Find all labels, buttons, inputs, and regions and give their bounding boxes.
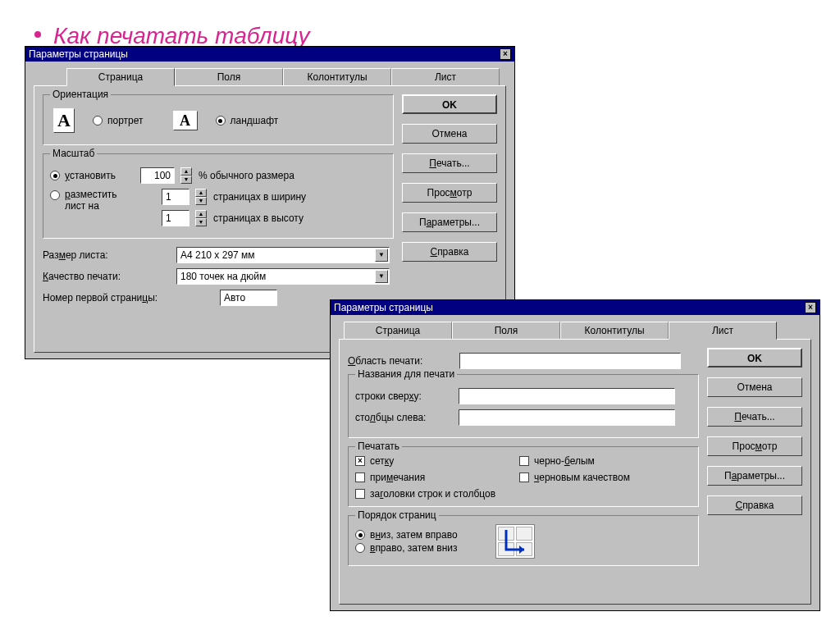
page-order-legend: Порядок страниц [355,509,439,521]
print-area-input[interactable] [459,353,681,369]
radio-scale-set[interactable]: уустановитьстановить [50,170,116,181]
tab-page[interactable]: Страница [66,68,175,86]
radio-order-down[interactable]: вниз, затем вправо [355,529,458,541]
check-bw[interactable]: черно-белым [519,455,665,467]
help-button[interactable]: Справка [707,495,802,515]
dialog-title: Параметры страницы [334,300,433,315]
titlebar[interactable]: Параметры страницы × [331,300,819,315]
landscape-icon: A [173,111,198,130]
options-button[interactable]: Параметры... [707,466,802,486]
cols-left-input[interactable] [459,409,675,426]
scale-group: Масштаб уустановитьстановить 100▲▼ % обы… [43,153,394,239]
titlebar[interactable]: Параметры страницы × [25,47,514,62]
print-button[interactable]: Печать... [402,153,497,173]
check-gridlines[interactable]: сетку [355,455,501,467]
preview-button[interactable]: Просмотр [402,183,497,203]
chevron-down-icon: ▼ [375,270,388,283]
radio-scale-fit[interactable]: разместитьлист на [50,189,137,212]
tab-margins[interactable]: Поля [175,68,283,86]
fit-tall-spinner[interactable]: ▲▼ [195,210,207,226]
orientation-group: Ориентация A портрет A ландшафт [43,94,394,145]
options-button[interactable]: Параметры... [402,212,497,232]
portrait-icon: A [53,108,75,133]
print-button[interactable]: Печать... [707,407,802,427]
print-options-group: Печатать сетку черно-белым примечания че… [348,446,699,507]
print-options-legend: Печатать [355,441,402,452]
tab-headers[interactable]: Колонтитулы [560,322,669,340]
print-quality-label: Качество печати: [43,271,170,282]
tabs: Страница Поля Колонтитулы Лист [344,322,811,340]
fit-wide-suffix: страницах в ширину [213,191,306,203]
close-icon[interactable]: × [805,302,816,313]
radio-portrait[interactable]: портрет [93,115,144,126]
scale-percent-spinner[interactable]: ▲▼ [180,167,192,184]
fit-wide-spinner[interactable]: ▲▼ [195,189,207,205]
chevron-down-icon: ▼ [375,249,388,262]
scale-percent-suffix: % обычного размера [199,170,294,181]
page-order-icon [495,524,535,559]
page-order-group: Порядок страниц вниз, затем вправо вправ… [348,515,699,566]
radio-order-over[interactable]: вправо, затем вниз [355,542,458,554]
print-quality-select[interactable]: 180 точек на дюйм▼ [176,268,390,285]
preview-button[interactable]: Просмотр [707,436,802,456]
cancel-button[interactable]: Отмена [707,377,802,397]
print-titles-legend: Названия для печати [355,368,457,380]
check-notes[interactable]: примечания [355,472,501,483]
check-headings[interactable]: заголовки строк и столбцов [355,488,665,500]
paper-size-select[interactable]: A4 210 x 297 мм▼ [176,247,390,263]
radio-landscape[interactable]: ландшафт [216,115,279,126]
rows-top-input[interactable] [459,388,675,404]
page-setup-dialog-sheet: Параметры страницы × Страница Поля Колон… [330,299,820,611]
tab-sheet[interactable]: Лист [391,68,500,86]
tab-sheet[interactable]: Лист [669,322,777,340]
print-titles-group: Названия для печати строки сверху: столб… [348,374,699,438]
tabs: Страница Поля Колонтитулы Лист [66,68,506,86]
ok-button[interactable]: OK [707,348,802,368]
print-area-label: Область печати: [348,355,453,367]
first-page-label: Номер первой страницы: [43,292,213,304]
fit-tall-input[interactable]: 1 [162,210,189,226]
ok-button[interactable]: OK [402,94,497,114]
cols-left-label: столбцы слева: [355,412,452,423]
tab-headers[interactable]: Колонтитулы [283,68,391,86]
help-button[interactable]: Справка [402,242,497,262]
paper-size-label: Размер листа: [43,249,170,261]
close-icon[interactable]: × [500,48,511,60]
orientation-legend: Ориентация [50,89,111,100]
first-page-input[interactable]: Авто [220,290,277,306]
rows-top-label: строки сверху: [355,390,452,402]
check-draft[interactable]: черновым качеством [519,472,665,483]
scale-percent-input[interactable]: 100 [140,167,175,184]
tab-page[interactable]: Страница [344,322,452,340]
dialog-title: Параметры страницы [29,47,128,62]
fit-wide-input[interactable]: 1 [162,189,189,205]
scale-legend: Масштаб [50,148,97,159]
fit-tall-suffix: страницах в высоту [213,212,304,224]
tab-panel-sheet: Область печати: Названия для печати стро… [339,339,811,605]
tab-margins[interactable]: Поля [452,322,560,340]
bullet-icon [34,31,41,38]
cancel-button[interactable]: Отмена [402,124,497,144]
